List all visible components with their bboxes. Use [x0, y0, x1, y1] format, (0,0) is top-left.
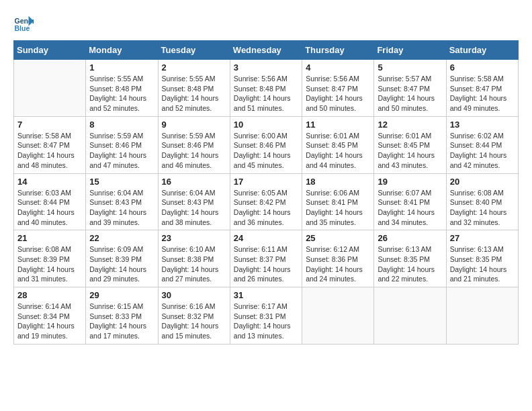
calendar-cell: 16Sunrise: 6:04 AM Sunset: 8:43 PM Dayli…: [158, 173, 230, 230]
day-number: 5: [378, 62, 442, 73]
day-number: 6: [450, 62, 515, 73]
day-number: 7: [17, 120, 82, 130]
day-number: 24: [234, 233, 298, 243]
calendar-cell: [14, 60, 86, 117]
calendar-cell: 28Sunrise: 6:14 AM Sunset: 8:34 PM Dayli…: [14, 287, 86, 345]
day-info: Sunrise: 6:08 AM Sunset: 8:40 PM Dayligh…: [450, 188, 515, 228]
day-number: 12: [378, 120, 442, 130]
calendar-cell: 5Sunrise: 5:57 AM Sunset: 8:47 PM Daylig…: [374, 60, 446, 117]
day-info: Sunrise: 6:04 AM Sunset: 8:43 PM Dayligh…: [162, 188, 226, 228]
day-number: 21: [17, 233, 82, 243]
day-info: Sunrise: 6:01 AM Sunset: 8:45 PM Dayligh…: [378, 131, 442, 171]
calendar-cell: 10Sunrise: 6:00 AM Sunset: 8:46 PM Dayli…: [230, 116, 302, 173]
calendar-cell: 25Sunrise: 6:12 AM Sunset: 8:36 PM Dayli…: [302, 230, 374, 287]
calendar-cell: 11Sunrise: 6:01 AM Sunset: 8:45 PM Dayli…: [302, 116, 374, 173]
calendar-cell: 22Sunrise: 6:09 AM Sunset: 8:39 PM Dayli…: [86, 230, 158, 287]
calendar-cell: 3Sunrise: 5:56 AM Sunset: 8:48 PM Daylig…: [230, 60, 302, 117]
weekday-header-monday: Monday: [86, 41, 158, 60]
calendar-cell: 23Sunrise: 6:10 AM Sunset: 8:38 PM Dayli…: [158, 230, 230, 287]
day-number: 10: [234, 120, 298, 130]
day-number: 2: [162, 62, 226, 73]
day-number: 27: [450, 233, 515, 243]
calendar-cell: 1Sunrise: 5:55 AM Sunset: 8:48 PM Daylig…: [86, 60, 158, 117]
day-info: Sunrise: 6:09 AM Sunset: 8:39 PM Dayligh…: [89, 244, 154, 284]
day-info: Sunrise: 6:01 AM Sunset: 8:45 PM Dayligh…: [306, 131, 370, 171]
day-info: Sunrise: 6:02 AM Sunset: 8:44 PM Dayligh…: [450, 131, 515, 171]
day-number: 26: [378, 233, 442, 243]
day-number: 31: [234, 290, 298, 300]
day-number: 30: [162, 290, 226, 300]
day-number: 3: [234, 62, 298, 73]
calendar-cell: 12Sunrise: 6:01 AM Sunset: 8:45 PM Dayli…: [374, 116, 446, 173]
day-number: 18: [306, 177, 370, 187]
calendar-week-row: 7Sunrise: 5:58 AM Sunset: 8:47 PM Daylig…: [14, 116, 519, 173]
weekday-header-tuesday: Tuesday: [158, 41, 230, 60]
day-number: 15: [89, 177, 154, 187]
day-info: Sunrise: 5:58 AM Sunset: 8:47 PM Dayligh…: [450, 74, 515, 113]
day-info: Sunrise: 5:58 AM Sunset: 8:47 PM Dayligh…: [17, 131, 82, 171]
day-number: 11: [306, 120, 370, 130]
calendar-week-row: 14Sunrise: 6:03 AM Sunset: 8:44 PM Dayli…: [14, 173, 519, 230]
calendar-cell: 17Sunrise: 6:05 AM Sunset: 8:42 PM Dayli…: [230, 173, 302, 230]
day-info: Sunrise: 5:57 AM Sunset: 8:47 PM Dayligh…: [378, 74, 442, 113]
day-number: 9: [162, 120, 226, 130]
day-info: Sunrise: 6:17 AM Sunset: 8:31 PM Dayligh…: [234, 302, 298, 341]
calendar-cell: [302, 287, 374, 345]
calendar-cell: 2Sunrise: 5:55 AM Sunset: 8:48 PM Daylig…: [158, 60, 230, 117]
calendar-cell: 8Sunrise: 5:59 AM Sunset: 8:46 PM Daylig…: [86, 116, 158, 173]
weekday-header-thursday: Thursday: [302, 41, 374, 60]
weekday-header-wednesday: Wednesday: [230, 41, 302, 60]
day-number: 20: [450, 177, 515, 187]
day-info: Sunrise: 6:07 AM Sunset: 8:41 PM Dayligh…: [378, 188, 442, 228]
weekday-header-row: SundayMondayTuesdayWednesdayThursdayFrid…: [14, 41, 519, 60]
calendar-week-row: 28Sunrise: 6:14 AM Sunset: 8:34 PM Dayli…: [14, 287, 519, 345]
calendar-cell: 29Sunrise: 6:15 AM Sunset: 8:33 PM Dayli…: [86, 287, 158, 345]
day-info: Sunrise: 6:14 AM Sunset: 8:34 PM Dayligh…: [17, 302, 82, 341]
calendar-cell: 15Sunrise: 6:04 AM Sunset: 8:43 PM Dayli…: [86, 173, 158, 230]
calendar-cell: 4Sunrise: 5:56 AM Sunset: 8:47 PM Daylig…: [302, 60, 374, 117]
day-info: Sunrise: 6:11 AM Sunset: 8:37 PM Dayligh…: [234, 244, 298, 284]
weekday-header-sunday: Sunday: [14, 41, 86, 60]
day-info: Sunrise: 6:15 AM Sunset: 8:33 PM Dayligh…: [89, 302, 154, 341]
day-number: 1: [89, 62, 154, 73]
day-number: 22: [89, 233, 154, 243]
day-number: 19: [378, 177, 442, 187]
day-info: Sunrise: 6:13 AM Sunset: 8:35 PM Dayligh…: [378, 244, 442, 284]
weekday-header-saturday: Saturday: [446, 41, 518, 60]
day-info: Sunrise: 5:55 AM Sunset: 8:48 PM Dayligh…: [162, 74, 226, 113]
day-number: 13: [450, 120, 515, 130]
calendar-cell: 14Sunrise: 6:03 AM Sunset: 8:44 PM Dayli…: [14, 173, 86, 230]
logo: General Blue: [13, 13, 36, 34]
day-info: Sunrise: 6:10 AM Sunset: 8:38 PM Dayligh…: [162, 244, 226, 284]
day-info: Sunrise: 6:06 AM Sunset: 8:41 PM Dayligh…: [306, 188, 370, 228]
day-info: Sunrise: 6:13 AM Sunset: 8:35 PM Dayligh…: [450, 244, 515, 284]
day-info: Sunrise: 5:55 AM Sunset: 8:48 PM Dayligh…: [89, 74, 154, 113]
day-number: 17: [234, 177, 298, 187]
day-info: Sunrise: 6:05 AM Sunset: 8:42 PM Dayligh…: [234, 188, 298, 228]
day-info: Sunrise: 5:56 AM Sunset: 8:47 PM Dayligh…: [306, 74, 370, 113]
calendar-cell: [374, 287, 446, 345]
calendar-week-row: 21Sunrise: 6:08 AM Sunset: 8:39 PM Dayli…: [14, 230, 519, 287]
calendar-cell: 6Sunrise: 5:58 AM Sunset: 8:47 PM Daylig…: [446, 60, 518, 117]
weekday-header-friday: Friday: [374, 41, 446, 60]
day-info: Sunrise: 5:59 AM Sunset: 8:46 PM Dayligh…: [89, 131, 154, 171]
day-info: Sunrise: 5:56 AM Sunset: 8:48 PM Dayligh…: [234, 74, 298, 113]
day-number: 23: [162, 233, 226, 243]
day-info: Sunrise: 6:04 AM Sunset: 8:43 PM Dayligh…: [89, 188, 154, 228]
day-number: 14: [17, 177, 82, 187]
day-number: 8: [89, 120, 154, 130]
day-info: Sunrise: 6:12 AM Sunset: 8:36 PM Dayligh…: [306, 244, 370, 284]
logo-icon: General Blue: [13, 13, 34, 34]
calendar-cell: 13Sunrise: 6:02 AM Sunset: 8:44 PM Dayli…: [446, 116, 518, 173]
calendar-cell: 19Sunrise: 6:07 AM Sunset: 8:41 PM Dayli…: [374, 173, 446, 230]
day-info: Sunrise: 6:16 AM Sunset: 8:32 PM Dayligh…: [162, 302, 226, 341]
calendar-cell: 26Sunrise: 6:13 AM Sunset: 8:35 PM Dayli…: [374, 230, 446, 287]
calendar-cell: 24Sunrise: 6:11 AM Sunset: 8:37 PM Dayli…: [230, 230, 302, 287]
day-number: 28: [17, 290, 82, 300]
day-number: 25: [306, 233, 370, 243]
calendar-cell: 27Sunrise: 6:13 AM Sunset: 8:35 PM Dayli…: [446, 230, 518, 287]
calendar-cell: [446, 287, 518, 345]
day-info: Sunrise: 5:59 AM Sunset: 8:46 PM Dayligh…: [162, 131, 226, 171]
calendar-cell: 30Sunrise: 6:16 AM Sunset: 8:32 PM Dayli…: [158, 287, 230, 345]
calendar-cell: 7Sunrise: 5:58 AM Sunset: 8:47 PM Daylig…: [14, 116, 86, 173]
